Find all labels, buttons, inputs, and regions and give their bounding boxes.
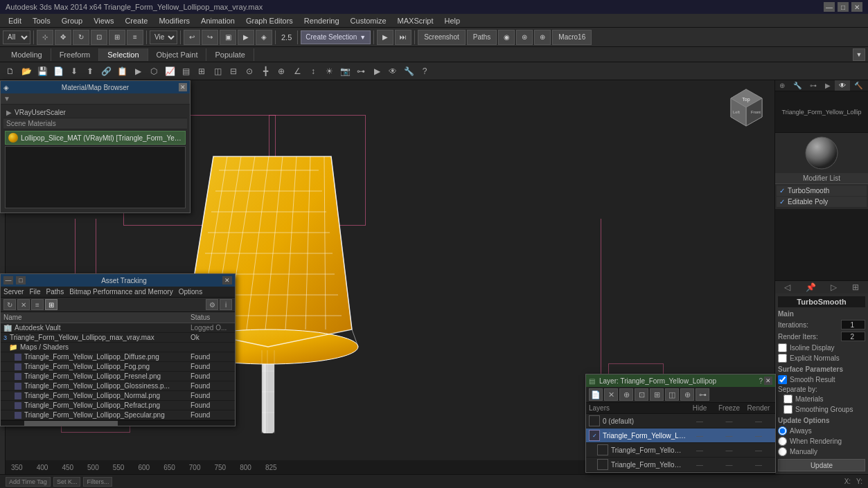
at-settings-btn[interactable]: ⚙ <box>206 299 218 310</box>
xref-btn[interactable]: 🔗 <box>98 64 114 79</box>
layer-row-sub2[interactable]: Triangle_Form_Yellow_Lollipop — — — <box>586 458 775 472</box>
rp-tab-hierarchy[interactable]: ⊶ <box>806 80 821 91</box>
layer-select-btn[interactable]: ⊡ <box>635 388 648 401</box>
export-btn[interactable]: ⬆ <box>82 64 98 79</box>
spinner-btn[interactable]: ↕ <box>305 64 321 79</box>
render-setup-btn[interactable]: ▣ <box>220 30 236 45</box>
material-tb-btn[interactable]: ⬡ <box>146 64 161 79</box>
at-row-vault[interactable]: 🏢 Autodesk Vault Logged O... <box>1 323 235 333</box>
minimize-button[interactable]: — <box>824 2 835 12</box>
at-close-btn[interactable]: ✕ <box>222 276 232 284</box>
menu-graph-editors[interactable]: Graph Editors <box>240 15 299 26</box>
paths-btn[interactable]: Paths <box>467 30 497 45</box>
at-table-body[interactable]: 🏢 Autodesk Vault Logged O... 3 Triangle_… <box>1 323 235 420</box>
motion-btn[interactable]: ▶ <box>369 64 384 79</box>
camera-btn[interactable]: 📷 <box>337 64 353 79</box>
tab-menu-btn[interactable]: ▼ <box>853 48 865 61</box>
scatter-btn[interactable]: ⊙ <box>242 64 257 79</box>
nav-left-btn[interactable]: ◁ <box>784 282 790 292</box>
move-tool-btn[interactable]: ✥ <box>55 30 71 45</box>
rp-tab-create[interactable]: ⊕ <box>775 80 789 91</box>
mirror-tool-btn[interactable]: ⊞ <box>109 30 125 45</box>
at-list-btn[interactable]: ≡ <box>31 299 44 310</box>
menu-customize[interactable]: Customize <box>345 15 392 26</box>
close-button[interactable]: ✕ <box>851 2 862 12</box>
group-btn[interactable]: ⊞ <box>194 64 209 79</box>
new-btn[interactable]: 🗋 <box>3 64 18 79</box>
snap-toggle-btn[interactable]: ⊕ <box>274 64 289 79</box>
render-tb-btn[interactable]: ▶ <box>130 64 145 79</box>
at-row-normal[interactable]: Triangle_Form_Yellow_Lollipop_Normal.png… <box>1 391 235 401</box>
menu-create[interactable]: Create <box>119 15 153 26</box>
materials-checkbox[interactable] <box>783 395 792 404</box>
always-radio[interactable] <box>778 426 787 435</box>
misc-btn1[interactable]: ◉ <box>498 30 515 45</box>
lollipop-material-item[interactable]: Lollipop_Slice_MAT (VRayMtl) [Triangle_F… <box>5 131 186 145</box>
screenshot-btn[interactable]: Screenshot <box>418 30 466 45</box>
select-tool-btn[interactable]: ⊹ <box>37 30 53 45</box>
manually-radio[interactable] <box>778 447 787 456</box>
undo-btn[interactable]: ↩ <box>184 30 200 45</box>
layer-btn[interactable]: ▤ <box>178 64 193 79</box>
filters-btn[interactable]: Filters... <box>83 477 112 487</box>
at-row-maps[interactable]: 📁 Maps / Shaders <box>1 343 235 352</box>
at-menu-server[interactable]: Server <box>3 288 24 296</box>
curve-editor-btn[interactable]: 📈 <box>162 64 177 79</box>
array-btn[interactable]: ⊟ <box>226 64 241 79</box>
view-mode-dropdown[interactable]: View <box>150 30 177 44</box>
rp-tab-utilities[interactable]: 🔨 <box>850 80 867 91</box>
rp-tab-modify[interactable]: 🔧 <box>789 80 806 91</box>
iterations-input[interactable] <box>841 320 865 329</box>
material-browser-close[interactable]: ✕ <box>179 83 187 91</box>
when-rendering-radio[interactable] <box>778 437 787 446</box>
layer-add-obj-btn[interactable]: ⊕ <box>619 388 633 401</box>
at-scrollbar-thumb[interactable] <box>24 421 118 426</box>
menu-modifiers[interactable]: Modifiers <box>153 15 195 26</box>
tab-selection[interactable]: Selection <box>99 48 148 61</box>
hierarchy-btn[interactable]: ⊶ <box>353 64 369 79</box>
layer-merge-btn[interactable]: ⊞ <box>650 388 664 401</box>
material-editor-btn[interactable]: ◈ <box>256 30 272 45</box>
at-maximize-btn[interactable]: □ <box>16 276 26 284</box>
menu-rendering[interactable]: Rendering <box>299 15 345 26</box>
menu-help[interactable]: Help <box>439 15 466 26</box>
explicit-normals-checkbox[interactable] <box>778 354 787 363</box>
at-menu-file[interactable]: File <box>29 288 40 296</box>
rp-tab-motion[interactable]: ▶ <box>821 80 835 91</box>
menu-group[interactable]: Group <box>56 15 89 26</box>
scale-tool-btn[interactable]: ⊡ <box>91 30 107 45</box>
misc-btn3[interactable]: ⊕ <box>534 30 551 45</box>
tab-populate[interactable]: Populate <box>206 48 254 61</box>
at-grid-btn[interactable]: ⊞ <box>45 299 57 310</box>
help-icon-btn[interactable]: ? <box>417 64 432 79</box>
at-menu-options[interactable]: Options <box>179 288 202 296</box>
at-row-specular[interactable]: Triangle_Form_Yellow_Lollipop_Specular.p… <box>1 410 235 420</box>
smooth-result-checkbox[interactable] <box>778 375 787 384</box>
modifier-turbsmooth[interactable]: ✓ TurboSmooth <box>777 186 867 196</box>
at-row-fog[interactable]: Triangle_Form_Yellow_Lollipop_Fog.png Fo… <box>1 362 235 372</box>
layer-more-btn[interactable]: ⊕ <box>680 388 694 401</box>
create-selection-btn[interactable]: Create Selection ▼ <box>301 30 371 44</box>
save-btn[interactable]: 💾 <box>35 64 50 79</box>
at-info-btn[interactable]: i <box>220 299 232 310</box>
light-btn[interactable]: ☀ <box>321 64 337 79</box>
vray-user-scaler-item[interactable]: ▶ VRayUserScaler <box>3 107 187 118</box>
update-btn[interactable]: Update <box>778 459 865 471</box>
layer-row-default[interactable]: 0 (default) — — — <box>586 414 775 428</box>
menu-edit[interactable]: Edit <box>3 15 27 26</box>
layer-split-btn[interactable]: ◫ <box>665 388 679 401</box>
render-btn[interactable]: ▶ <box>238 30 254 45</box>
rotate-tool-btn[interactable]: ↻ <box>73 30 89 45</box>
import-btn[interactable]: ⬇ <box>67 64 82 79</box>
utilities-btn[interactable]: 🔧 <box>401 64 416 79</box>
nav-pin-btn[interactable]: 📌 <box>806 282 816 292</box>
nav-expand-btn[interactable]: ⊞ <box>852 282 859 292</box>
at-menu-bitmap[interactable]: Bitmap Performance and Memory <box>69 288 173 296</box>
tab-object-paint[interactable]: Object Paint <box>148 48 207 61</box>
at-row-fresnel[interactable]: Triangle_Form_Yellow_Lollipop_Fresnel.pn… <box>1 372 235 381</box>
play-btn[interactable]: ▶ <box>377 30 393 45</box>
menu-tools[interactable]: Tools <box>27 15 56 26</box>
layer-new-btn[interactable]: 📄 <box>589 388 603 401</box>
asset-track-btn[interactable]: 📋 <box>114 64 130 79</box>
at-row-glossiness[interactable]: Triangle_Form_Yellow_Lollipop_Glossiness… <box>1 381 235 391</box>
